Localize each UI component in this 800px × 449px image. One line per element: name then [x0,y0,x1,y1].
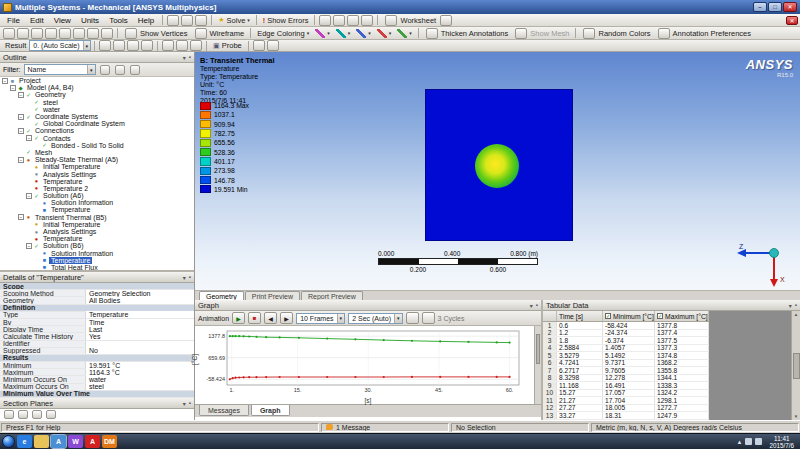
pin-icon[interactable]: ▪ [536,302,538,309]
details-row-value[interactable]: 19.591 °C [86,362,194,369]
column-header-minimum[interactable]: ✓Minimum [°C] [603,311,655,321]
contour-smooth-icon[interactable] [113,40,125,51]
tree-expander-icon[interactable]: − [26,135,32,141]
tree-item[interactable]: ● Temperature [0,178,194,185]
contour-isolines-icon[interactable] [127,40,139,51]
edge-style-button[interactable]: ▾ [312,28,333,39]
tag-icon[interactable] [347,15,359,26]
zoom-icon[interactable] [101,28,113,39]
details-row-value[interactable]: 1164.3 °C [86,369,194,376]
tree-item[interactable]: ● Solution Information [0,199,194,206]
tree-item[interactable]: − ✓ Contacts [0,135,194,142]
details-row-value[interactable]: Yes [86,333,194,340]
tree-item[interactable]: − ◆ Model (A4, B4) [0,84,194,91]
select-face-icon[interactable] [45,28,57,39]
filter-options-icon[interactable] [130,65,140,75]
column-header-maximum[interactable]: ✓Maximum [°C] [655,311,709,321]
snapshot-icon[interactable] [422,312,435,324]
graphics-viewport[interactable]: B: Transient Thermal TemperatureType: Te… [195,52,800,290]
select-body-icon[interactable] [59,28,71,39]
min-probe-icon[interactable] [267,40,279,51]
tree-expander-icon[interactable]: − [26,193,32,199]
play-button[interactable]: ▶ [232,312,245,324]
status-messages[interactable]: 1 Message [321,423,449,432]
menu-file[interactable]: File [2,16,25,25]
select-vertex-icon[interactable] [17,28,29,39]
tray-expand-icon[interactable]: ▲ [737,439,743,445]
collapse-all-icon[interactable] [115,65,125,75]
details-row-value[interactable]: water [86,376,194,383]
tree-item[interactable]: − ✓ Geometry [0,91,194,98]
menu-units[interactable]: Units [76,16,104,25]
tree-item[interactable]: ■ Temperature [0,257,194,264]
probe-button[interactable]: ▣ Probe [210,40,245,51]
tree-item[interactable]: − ✓ Solution (A6) [0,192,194,199]
save-icon[interactable] [181,15,193,26]
details-row-value[interactable]: No [86,347,194,354]
next-frame-button[interactable]: ▶ [280,312,293,324]
wizard-icon[interactable] [361,15,373,26]
details-row-value[interactable]: Temperature [86,311,194,318]
tree-expander-icon[interactable]: − [18,114,24,120]
panel-menu-icon[interactable]: ▾ [183,274,186,281]
tab-graph[interactable]: Graph [251,405,290,416]
delete-section-plane-icon[interactable] [32,410,42,419]
scroll-up-icon[interactable]: ▲ [794,312,798,317]
menu-view[interactable]: View [49,16,76,25]
tree-expander-icon[interactable]: − [2,78,8,84]
tree-item[interactable]: ● Solution Information [0,250,194,257]
tree-item[interactable]: ✓ water [0,106,194,113]
wireframe-button[interactable]: Wireframe [191,28,248,39]
checkbox-icon[interactable]: ✓ [657,313,663,319]
edges-show-icon[interactable] [176,40,188,51]
tree-expander-icon[interactable]: − [26,243,32,249]
tree-item[interactable]: − ■ Project [0,77,194,84]
tree-item[interactable]: ● Initial Temperature [0,163,194,170]
taskbar-clock[interactable]: 11:41 2015/7/6 [765,435,798,449]
tab-report-preview[interactable]: Report Preview [301,291,363,300]
thicken-annotations-button[interactable]: Thicken Annotations [422,28,512,39]
menu-edit[interactable]: Edit [25,16,49,25]
stop-button[interactable]: ■ [248,312,261,324]
export-video-icon[interactable] [406,312,419,324]
taskbar-app-icon[interactable]: DM [102,435,117,448]
taskbar-app-icon[interactable]: W [68,435,83,448]
show-whole-elements-icon[interactable] [46,410,56,419]
select-mode-icon[interactable] [3,28,15,39]
refresh-icon[interactable] [195,15,207,26]
frames-select[interactable]: 10 Frames ▾ [296,313,345,324]
volume-icon[interactable] [755,438,762,445]
show-errors-button[interactable]: ! Show Errors [260,15,312,26]
notes-icon[interactable] [333,15,345,26]
orientation-triad[interactable]: Z X [734,242,786,288]
tree-item[interactable]: ✓ Bonded - Solid To Solid [0,142,194,149]
edge-style-button[interactable]: ▾ [394,28,415,39]
tree-item[interactable]: ● Analysis Settings [0,228,194,235]
tree-item[interactable]: − ● Steady-State Thermal (A5) [0,156,194,163]
details-row-value[interactable]: All Bodies [86,297,194,304]
tree-item[interactable]: ■ Temperature [0,206,194,213]
tree-item[interactable]: − ✓ Solution (B6) [0,242,194,249]
chart-icon[interactable] [319,15,331,26]
tree-item[interactable]: ● Temperature 2 [0,185,194,192]
graph-scrollbar[interactable] [534,326,541,404]
rotate-icon[interactable] [73,28,85,39]
tree-item[interactable]: ■ Total Heat Flux [0,264,194,271]
panel-menu-icon[interactable]: ▾ [530,302,533,309]
tab-messages[interactable]: Messages [199,405,249,416]
menu-tools[interactable]: Tools [104,16,133,25]
result-scale-select[interactable]: 0. (Auto Scale) ▾ [29,40,91,51]
tree-item[interactable]: ✓ Mesh [0,149,194,156]
open-icon[interactable] [167,15,179,26]
tree-item[interactable]: ● Analysis Settings [0,170,194,177]
tree-item[interactable]: ✓ steel [0,99,194,106]
random-colors-button[interactable]: Random Colors [579,28,653,39]
toolbar-close-icon[interactable]: ✕ [786,16,798,25]
network-icon[interactable] [745,438,752,445]
duration-select[interactable]: 2 Sec (Auto) ▾ [348,313,402,324]
maximize-icon[interactable]: □ [768,2,782,12]
tree-expander-icon[interactable]: − [10,85,16,91]
pin-icon[interactable]: ▪ [189,54,191,61]
taskbar-app-icon[interactable]: e [17,435,32,448]
tree-item[interactable]: ● Temperature [0,235,194,242]
